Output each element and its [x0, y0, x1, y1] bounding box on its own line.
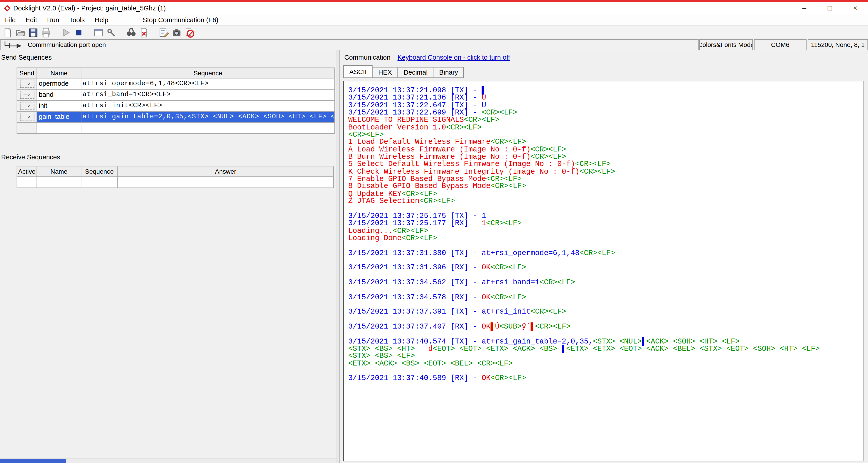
terminal-line: 5 Select Default Wireless Firmware (Imag… [348, 161, 859, 168]
tab-binary[interactable]: Binary [433, 67, 464, 78]
menu-tools[interactable]: Tools [64, 16, 90, 24]
receive-cell[interactable] [82, 177, 118, 188]
send-button-cell [17, 123, 37, 134]
sequence-name-cell[interactable]: opermode [37, 78, 81, 90]
column-header: Send [17, 68, 37, 78]
sequence-name-cell[interactable]: band [37, 90, 81, 101]
receive-cell[interactable] [37, 177, 81, 188]
port-open-icon [3, 41, 23, 49]
column-header: Name [37, 68, 81, 78]
panel-splitter[interactable] [337, 50, 340, 463]
project-settings-icon[interactable] [92, 27, 104, 38]
find-icon[interactable] [125, 27, 137, 38]
terminal-line: 3/15/2021 13:37:31.396 [RX] - OK<CR><LF> [348, 264, 859, 271]
terminal-line: 8 Disable GPIO Based Bypass Mode<CR><LF> [348, 183, 859, 190]
communication-label: Communication [344, 54, 390, 61]
horizontal-scrollbar[interactable] [0, 459, 337, 463]
clear-communication-icon[interactable] [137, 27, 150, 38]
terminal-output[interactable]: 3/15/2021 13:37:21.098 [TX] - ▌3/15/2021… [343, 81, 864, 461]
menu-file[interactable]: File [0, 16, 21, 24]
stop-communication-icon[interactable] [72, 27, 85, 38]
open-project-icon[interactable] [14, 27, 27, 38]
status-port: Commmunication port open [0, 39, 699, 50]
column-header: Sequence [82, 68, 335, 78]
column-header: Active [17, 166, 37, 177]
terminal-line: 3/15/2021 13:37:37.391 [TX] - at+rsi_ini… [348, 308, 859, 316]
sequence-value-cell[interactable] [82, 123, 335, 134]
terminal-line [348, 257, 859, 264]
terminal-line [348, 205, 859, 212]
docklight-window: Docklight V2.0 (Eval) - Project: gain_ta… [0, 0, 868, 463]
sequence-value-cell[interactable]: at+rsi_opermode=6,1,48<CR><LF> [82, 78, 335, 90]
terminal-line: WELCOME TO REDPINE SIGNALS<CR><LF> [348, 116, 859, 124]
menu-run[interactable]: Run [42, 16, 64, 24]
send-sequence-row: --->gain_tableat+rsi_gain_table=2,0,35,<… [17, 112, 335, 123]
close-button[interactable]: × [843, 2, 868, 14]
terminal-line: BootLoader Version 1.0<CR><LF> [348, 124, 859, 131]
status-colors-fonts-mode[interactable]: Colors&Fonts Mode [699, 39, 753, 50]
terminal-line: 3/15/2021 13:37:37.407 [RX] - OK▌Ú<SUB>ÿ… [348, 323, 859, 331]
receive-cell[interactable] [17, 177, 37, 188]
status-com-port[interactable]: COM6 [754, 39, 806, 50]
terminal-line [348, 316, 859, 323]
send-sequence-button[interactable]: ---> [20, 79, 34, 88]
terminal-line [348, 301, 859, 308]
save-project-icon[interactable] [27, 27, 39, 38]
column-header: Sequence [82, 166, 118, 177]
snapshot-icon[interactable] [170, 27, 183, 38]
menu-help[interactable]: Help [90, 16, 113, 24]
menu-edit[interactable]: Edit [21, 16, 42, 24]
print-icon[interactable] [39, 27, 52, 38]
receive-cell[interactable] [118, 177, 334, 188]
tab-ascii[interactable]: ASCII [343, 65, 373, 78]
options-icon[interactable] [104, 27, 117, 38]
tab-hex[interactable]: HEX [372, 67, 398, 78]
toolbar-group [92, 27, 117, 38]
terminal-line [348, 271, 859, 279]
scrollbar-thumb[interactable] [0, 459, 66, 463]
send-button-cell: ---> [17, 101, 37, 112]
keyboard-console-link[interactable]: Keyboard Console on - click to turn off [397, 54, 510, 61]
receive-sequences-table: ActiveNameSequenceAnswer [17, 166, 334, 188]
terminal-line: Z JTAG Selection<CR><LF> [348, 197, 859, 205]
sequence-name-cell[interactable] [37, 123, 81, 134]
send-sequence-button[interactable]: ---> [20, 102, 34, 110]
minimize-button[interactable]: – [792, 2, 817, 14]
terminal-line: K Check Wireless Firmware Integrity (Ima… [348, 168, 859, 175]
sequence-value-cell[interactable]: at+rsi_gain_table=2,0,35,<STX> <NUL> <AC… [82, 112, 335, 123]
edit-sequence-icon[interactable] [157, 27, 170, 38]
tab-decimal[interactable]: Decimal [398, 67, 434, 78]
status-port-settings[interactable]: 115200, None, 8, 1 [808, 39, 868, 50]
communication-tabs: ASCIIHEXDecimalBinary [343, 65, 463, 78]
send-sequence-row: --->bandat+rsi_band=1<CR><LF> [17, 90, 335, 101]
sequence-value-cell[interactable]: at+rsi_init<CR><LF> [82, 101, 335, 112]
window-controls: – □ × [792, 2, 868, 14]
send-sequence-row: --->initat+rsi_init<CR><LF> [17, 101, 335, 112]
toolbar-group [157, 27, 195, 38]
terminal-line: A Load Wireless Firmware (Image No : 0-f… [348, 146, 859, 153]
send-sequence-button[interactable]: ---> [20, 91, 34, 99]
start-communication-icon[interactable] [59, 27, 72, 38]
sequence-name-cell[interactable]: gain_table [37, 112, 81, 123]
terminal-line: <ETX> <ACK> <BS> <EOT> <BEL> <CR><LF> [348, 360, 859, 367]
receive-sequence-row [17, 177, 334, 188]
terminal-line: 3/15/2021 13:37:40.589 [RX] - OK<CR><LF> [348, 374, 859, 382]
toolbar [0, 25, 868, 39]
new-file-icon[interactable] [1, 27, 14, 38]
maximize-button[interactable]: □ [817, 2, 843, 14]
send-sequence-button[interactable]: ---> [20, 113, 34, 121]
terminal-line [348, 286, 859, 294]
menu-stop-communication[interactable]: Stop Communication (F6) [138, 16, 223, 24]
terminal-line: <CR><LF> [348, 131, 859, 138]
terminal-line: 3/15/2021 13:37:25.175 [TX] - 1 [348, 212, 859, 220]
stop-logging-icon[interactable] [183, 27, 195, 38]
send-table-header: SendNameSequence [17, 68, 335, 78]
receive-table-header: ActiveNameSequenceAnswer [17, 166, 334, 177]
sequence-value-cell[interactable]: at+rsi_band=1<CR><LF> [82, 90, 335, 101]
send-sequence-row: --->opermodeat+rsi_opermode=6,1,48<CR><L… [17, 78, 335, 90]
send-button-cell: ---> [17, 90, 37, 101]
sequence-name-cell[interactable]: init [37, 101, 81, 112]
column-header: Answer [118, 166, 334, 177]
send-sequences-label: Send Sequences [1, 54, 52, 61]
sequences-panel: Send Sequences SendNameSequence--->operm… [0, 50, 337, 463]
